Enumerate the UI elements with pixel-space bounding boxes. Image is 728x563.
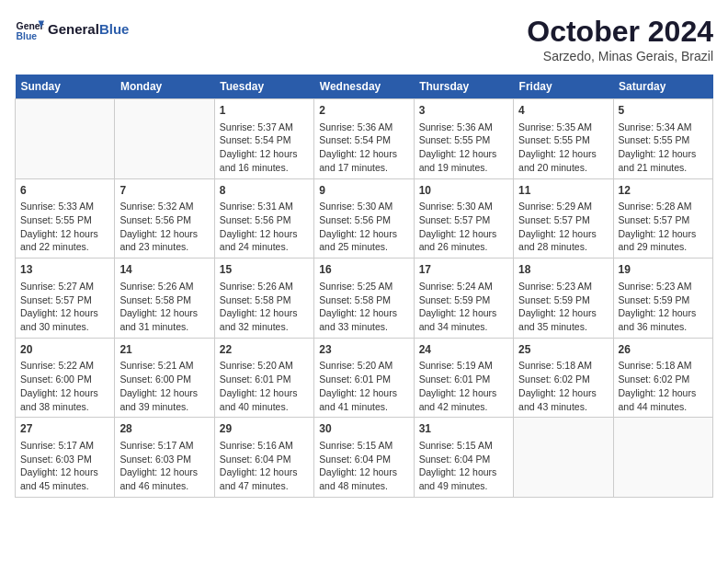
calendar-cell: 2Sunrise: 5:36 AM Sunset: 5:54 PM Daylig… (314, 99, 414, 179)
day-info: Sunrise: 5:21 AM Sunset: 6:00 PM Dayligh… (119, 359, 209, 413)
day-info: Sunrise: 5:36 AM Sunset: 5:55 PM Dayligh… (419, 121, 508, 175)
day-number: 16 (319, 262, 408, 278)
calendar-cell: 6Sunrise: 5:33 AM Sunset: 5:55 PM Daylig… (16, 178, 115, 259)
day-number: 18 (518, 262, 608, 278)
col-header-wednesday: Wednesday (314, 75, 414, 99)
day-info: Sunrise: 5:37 AM Sunset: 5:54 PM Dayligh… (220, 121, 309, 175)
day-number: 29 (220, 421, 309, 437)
calendar-cell: 4Sunrise: 5:35 AM Sunset: 5:55 PM Daylig… (514, 99, 613, 179)
calendar-cell: 25Sunrise: 5:18 AM Sunset: 6:02 PM Dayli… (514, 338, 613, 418)
day-info: Sunrise: 5:18 AM Sunset: 6:02 PM Dayligh… (518, 359, 608, 413)
day-number: 15 (220, 262, 309, 278)
calendar-cell: 11Sunrise: 5:29 AM Sunset: 5:57 PM Dayli… (514, 178, 613, 259)
day-number: 25 (518, 342, 608, 358)
day-info: Sunrise: 5:15 AM Sunset: 6:04 PM Dayligh… (419, 439, 508, 493)
col-header-tuesday: Tuesday (214, 75, 313, 99)
calendar-cell: 20Sunrise: 5:22 AM Sunset: 6:00 PM Dayli… (16, 338, 115, 418)
day-number: 21 (119, 342, 209, 358)
calendar-cell: 1Sunrise: 5:37 AM Sunset: 5:54 PM Daylig… (214, 99, 313, 179)
calendar-cell (16, 99, 115, 179)
day-info: Sunrise: 5:20 AM Sunset: 6:01 PM Dayligh… (220, 359, 309, 413)
day-number: 7 (119, 183, 209, 199)
calendar-cell: 12Sunrise: 5:28 AM Sunset: 5:57 PM Dayli… (613, 178, 712, 259)
calendar-cell: 5Sunrise: 5:34 AM Sunset: 5:55 PM Daylig… (613, 99, 712, 179)
logo: General Blue GeneralBlue (15, 15, 129, 44)
day-info: Sunrise: 5:28 AM Sunset: 5:57 PM Dayligh… (619, 200, 708, 254)
calendar-cell: 17Sunrise: 5:24 AM Sunset: 5:59 PM Dayli… (414, 259, 513, 339)
day-info: Sunrise: 5:16 AM Sunset: 6:04 PM Dayligh… (220, 439, 309, 493)
day-info: Sunrise: 5:18 AM Sunset: 6:02 PM Dayligh… (619, 359, 708, 413)
day-info: Sunrise: 5:34 AM Sunset: 5:55 PM Dayligh… (619, 121, 708, 175)
calendar-cell: 13Sunrise: 5:27 AM Sunset: 5:57 PM Dayli… (16, 259, 115, 339)
day-number: 19 (619, 262, 708, 278)
day-number: 11 (518, 183, 608, 199)
day-number: 3 (419, 103, 508, 119)
calendar-cell: 15Sunrise: 5:26 AM Sunset: 5:58 PM Dayli… (214, 259, 313, 339)
day-number: 4 (518, 103, 608, 119)
calendar-week-row: 27Sunrise: 5:17 AM Sunset: 6:03 PM Dayli… (16, 418, 713, 498)
day-info: Sunrise: 5:20 AM Sunset: 6:01 PM Dayligh… (319, 359, 408, 413)
day-info: Sunrise: 5:19 AM Sunset: 6:01 PM Dayligh… (419, 359, 508, 413)
day-info: Sunrise: 5:17 AM Sunset: 6:03 PM Dayligh… (20, 439, 109, 493)
col-header-sunday: Sunday (16, 75, 115, 99)
day-info: Sunrise: 5:17 AM Sunset: 6:03 PM Dayligh… (119, 439, 209, 493)
calendar-cell: 21Sunrise: 5:21 AM Sunset: 6:00 PM Dayli… (115, 338, 214, 418)
day-info: Sunrise: 5:31 AM Sunset: 5:56 PM Dayligh… (220, 200, 309, 254)
day-number: 6 (20, 183, 109, 199)
calendar-cell: 27Sunrise: 5:17 AM Sunset: 6:03 PM Dayli… (16, 418, 115, 498)
calendar-cell: 10Sunrise: 5:30 AM Sunset: 5:57 PM Dayli… (414, 178, 513, 259)
day-number: 28 (119, 421, 209, 437)
day-number: 2 (319, 103, 408, 119)
day-number: 24 (419, 342, 508, 358)
day-info: Sunrise: 5:25 AM Sunset: 5:58 PM Dayligh… (319, 280, 408, 334)
day-number: 12 (619, 183, 708, 199)
svg-text:Blue: Blue (17, 31, 38, 41)
calendar-cell: 16Sunrise: 5:25 AM Sunset: 5:58 PM Dayli… (314, 259, 414, 339)
calendar-week-row: 20Sunrise: 5:22 AM Sunset: 6:00 PM Dayli… (16, 338, 713, 418)
day-info: Sunrise: 5:24 AM Sunset: 5:59 PM Dayligh… (419, 280, 508, 334)
day-info: Sunrise: 5:23 AM Sunset: 5:59 PM Dayligh… (619, 280, 708, 334)
day-number: 31 (419, 421, 508, 437)
day-info: Sunrise: 5:33 AM Sunset: 5:55 PM Dayligh… (20, 200, 109, 254)
calendar-cell: 8Sunrise: 5:31 AM Sunset: 5:56 PM Daylig… (214, 178, 313, 259)
calendar-cell: 30Sunrise: 5:15 AM Sunset: 6:04 PM Dayli… (314, 418, 414, 498)
calendar-cell (613, 418, 712, 498)
calendar-week-row: 1Sunrise: 5:37 AM Sunset: 5:54 PM Daylig… (16, 99, 713, 179)
month-title: October 2024 (527, 15, 713, 49)
calendar-cell: 3Sunrise: 5:36 AM Sunset: 5:55 PM Daylig… (414, 99, 513, 179)
col-header-friday: Friday (514, 75, 613, 99)
calendar-week-row: 6Sunrise: 5:33 AM Sunset: 5:55 PM Daylig… (16, 178, 713, 259)
col-header-saturday: Saturday (613, 75, 712, 99)
day-number: 14 (119, 262, 209, 278)
day-info: Sunrise: 5:22 AM Sunset: 6:00 PM Dayligh… (20, 359, 109, 413)
calendar-cell: 22Sunrise: 5:20 AM Sunset: 6:01 PM Dayli… (214, 338, 313, 418)
calendar-cell: 9Sunrise: 5:30 AM Sunset: 5:56 PM Daylig… (314, 178, 414, 259)
col-header-thursday: Thursday (414, 75, 513, 99)
calendar-cell (115, 99, 214, 179)
day-info: Sunrise: 5:32 AM Sunset: 5:56 PM Dayligh… (119, 200, 209, 254)
calendar-cell: 29Sunrise: 5:16 AM Sunset: 6:04 PM Dayli… (214, 418, 313, 498)
day-info: Sunrise: 5:26 AM Sunset: 5:58 PM Dayligh… (220, 280, 309, 334)
title-block: October 2024 Sarzedo, Minas Gerais, Braz… (527, 15, 713, 63)
page-header: General Blue GeneralBlue October 2024 Sa… (15, 15, 713, 63)
day-number: 27 (20, 421, 109, 437)
calendar-cell: 14Sunrise: 5:26 AM Sunset: 5:58 PM Dayli… (115, 259, 214, 339)
calendar-cell: 23Sunrise: 5:20 AM Sunset: 6:01 PM Dayli… (314, 338, 414, 418)
day-number: 1 (220, 103, 309, 119)
day-number: 30 (319, 421, 408, 437)
day-info: Sunrise: 5:35 AM Sunset: 5:55 PM Dayligh… (518, 121, 608, 175)
calendar-cell: 28Sunrise: 5:17 AM Sunset: 6:03 PM Dayli… (115, 418, 214, 498)
calendar-cell: 31Sunrise: 5:15 AM Sunset: 6:04 PM Dayli… (414, 418, 513, 498)
calendar-week-row: 13Sunrise: 5:27 AM Sunset: 5:57 PM Dayli… (16, 259, 713, 339)
day-number: 10 (419, 183, 508, 199)
day-info: Sunrise: 5:30 AM Sunset: 5:57 PM Dayligh… (419, 200, 508, 254)
day-number: 13 (20, 262, 109, 278)
day-number: 23 (319, 342, 408, 358)
location-subtitle: Sarzedo, Minas Gerais, Brazil (527, 49, 713, 63)
calendar-cell: 24Sunrise: 5:19 AM Sunset: 6:01 PM Dayli… (414, 338, 513, 418)
day-number: 8 (220, 183, 309, 199)
day-info: Sunrise: 5:15 AM Sunset: 6:04 PM Dayligh… (319, 439, 408, 493)
calendar-cell: 18Sunrise: 5:23 AM Sunset: 5:59 PM Dayli… (514, 259, 613, 339)
day-info: Sunrise: 5:23 AM Sunset: 5:59 PM Dayligh… (518, 280, 608, 334)
logo-icon: General Blue (15, 15, 44, 44)
